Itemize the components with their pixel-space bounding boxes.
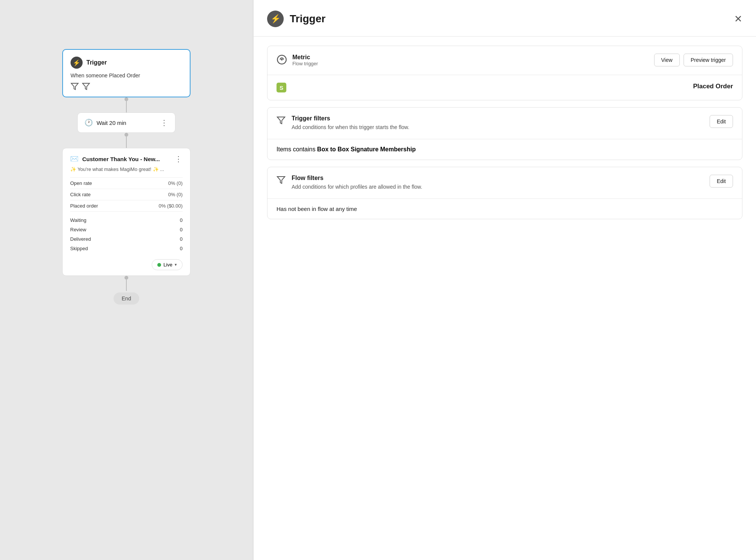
flow-filter-funnel-icon — [277, 175, 286, 186]
trigger-filter-icon-2 — [82, 82, 90, 91]
trigger-filter-funnel-icon — [277, 116, 286, 127]
placed-order-section: S Placed Order — [267, 75, 742, 100]
preview-trigger-button[interactable]: Preview trigger — [684, 54, 733, 66]
email-more-options[interactable]: ⋮ — [175, 154, 183, 163]
flow-filters-edit-button[interactable]: Edit — [710, 175, 733, 188]
svg-marker-4 — [277, 117, 285, 124]
stat-label-placed: Placed order — [70, 203, 98, 209]
email-node[interactable]: ✉️ Customer Thank You - New... ⋮ ✨ You'r… — [62, 148, 191, 276]
metric-card: Metric Flow trigger View Preview trigger… — [267, 46, 742, 100]
flow-filters-section: Flow filters Add conditions for which pr… — [267, 167, 742, 198]
placed-order-label: Placed Order — [693, 83, 733, 90]
connector-line-2 — [126, 137, 127, 148]
wait-node[interactable]: 🕐 Wait 20 min ⋮ — [77, 112, 175, 133]
connector-line-3 — [126, 280, 127, 291]
stat-value-open: 0% (0) — [168, 180, 183, 186]
count-label-waiting: Waiting — [70, 217, 86, 223]
end-label: End — [122, 295, 131, 302]
panel-title: Trigger — [290, 13, 326, 25]
stat-label-click: Click rate — [70, 192, 91, 197]
count-value-review: 0 — [180, 227, 183, 232]
connector-line-1 — [126, 101, 127, 112]
flow-filters-heading: Flow filters — [292, 175, 704, 182]
trigger-filters-edit-button[interactable]: Edit — [710, 115, 733, 128]
svg-point-3 — [281, 59, 282, 60]
clock-icon: 🕐 — [85, 118, 93, 127]
count-value-waiting: 0 — [180, 217, 183, 223]
flow-filters-value: Has not been in flow at any time — [267, 198, 742, 219]
end-node: End — [114, 292, 140, 305]
trigger-node[interactable]: ⚡ Trigger When someone Placed Order — [62, 49, 191, 97]
metric-label: Metric — [292, 54, 648, 61]
flow-filters-card: Flow filters Add conditions for which pr… — [267, 167, 742, 219]
count-label-delivered: Delivered — [70, 236, 91, 242]
stat-click-rate: Click rate 0% (0) — [70, 189, 183, 200]
trigger-filters-desc: Add conditions for when this trigger sta… — [292, 123, 704, 131]
count-label-review: Review — [70, 227, 86, 232]
trigger-filters-section: Trigger filters Add conditions for when … — [267, 108, 742, 139]
live-label: Live — [163, 262, 172, 268]
count-waiting: Waiting 0 — [70, 215, 183, 225]
stat-placed-order: Placed order 0% ($0.00) — [70, 200, 183, 212]
metric-content: Metric Flow trigger — [292, 54, 648, 67]
stat-value-placed: 0% ($0.00) — [158, 203, 183, 209]
count-review: Review 0 — [70, 225, 183, 234]
trigger-filter-icon-1 — [71, 82, 79, 91]
right-panel: ⚡ Trigger ✕ Metric F — [254, 0, 756, 560]
panel-title-icon: ⚡ — [267, 11, 284, 27]
trigger-filter-item-name: Box to Box Signature Membership — [317, 146, 416, 152]
svg-marker-5 — [277, 177, 285, 183]
email-preview-text: ✨ You're what makes MagiMo great! ✨ ... — [70, 166, 183, 172]
trigger-node-subtitle: When someone Placed Order — [71, 72, 182, 78]
metric-actions: View Preview trigger — [654, 54, 733, 66]
stat-label-open: Open rate — [70, 180, 92, 186]
trigger-filters-content: Trigger filters Add conditions for when … — [292, 115, 704, 131]
wait-label: Wait 20 min — [97, 120, 126, 126]
trigger-filters-card: Trigger filters Add conditions for when … — [267, 107, 742, 160]
live-status-button[interactable]: Live ▾ — [152, 259, 183, 270]
count-value-skipped: 0 — [180, 246, 183, 251]
trigger-filters-value: Items contains Box to Box Signature Memb… — [267, 139, 742, 160]
view-button[interactable]: View — [654, 54, 680, 66]
connector-dot-1 — [124, 97, 128, 101]
panel-header: ⚡ Trigger ✕ — [254, 0, 756, 37]
svg-marker-1 — [83, 83, 89, 90]
flow-filters-desc: Add conditions for which profiles are al… — [292, 183, 704, 191]
wait-more-options[interactable]: ⋮ — [160, 118, 168, 127]
trigger-filter-items-label: Items — [277, 146, 291, 152]
flow-canvas: ⚡ Trigger When someone Placed Order 🕐 Wa… — [0, 0, 253, 560]
metric-icon — [277, 54, 287, 67]
connector-dot-3 — [124, 276, 128, 280]
live-indicator — [157, 263, 161, 267]
close-button[interactable]: ✕ — [734, 14, 742, 24]
metric-sub-label: Flow trigger — [292, 61, 648, 66]
email-node-title: Customer Thank You - New... — [82, 156, 160, 162]
stat-open-rate: Open rate 0% (0) — [70, 178, 183, 189]
shopify-icon: S — [277, 83, 286, 92]
stat-value-click: 0% (0) — [168, 192, 183, 197]
flow-filter-value-text: Has not been in flow at any time — [277, 206, 357, 212]
email-icon: ✉️ — [70, 155, 78, 163]
count-delivered: Delivered 0 — [70, 234, 183, 244]
count-skipped: Skipped 0 — [70, 244, 183, 253]
count-value-delivered: 0 — [180, 236, 183, 242]
flow-filters-content: Flow filters Add conditions for which pr… — [292, 175, 704, 191]
trigger-node-title: Trigger — [86, 59, 107, 66]
trigger-lightning-icon: ⚡ — [71, 57, 83, 69]
metric-section: Metric Flow trigger View Preview trigger — [267, 46, 742, 75]
count-label-skipped: Skipped — [70, 246, 88, 251]
chevron-down-icon: ▾ — [175, 262, 177, 267]
trigger-filter-contains: contains — [291, 146, 317, 152]
panel-body: Metric Flow trigger View Preview trigger… — [254, 37, 756, 228]
trigger-filters-heading: Trigger filters — [292, 115, 704, 122]
svg-marker-0 — [71, 83, 78, 90]
connector-dot-2 — [124, 133, 128, 137]
